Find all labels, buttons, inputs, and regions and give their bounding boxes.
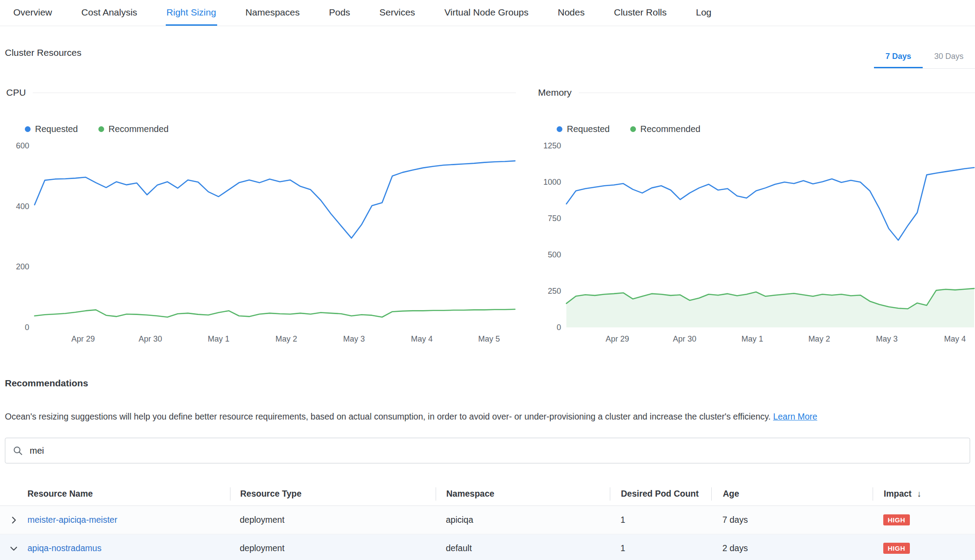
search-box[interactable] (5, 438, 970, 463)
header-label: Desired Pod Count (621, 489, 699, 499)
cpu-chart-block: CPU RequestedRecommended 0200400600Apr 2… (6, 87, 516, 347)
legend-label: Requested (567, 124, 610, 134)
legend-label: Recommended (109, 124, 169, 134)
tab-virtual-node-groups[interactable]: Virtual Node Groups (444, 0, 530, 26)
search-icon (12, 445, 23, 456)
y-axis-tick-label: 0 (557, 323, 561, 332)
x-axis-tick-label: Apr 30 (673, 334, 696, 343)
recommendations-table: Resource Name Resource Type Namespace De… (0, 482, 975, 560)
header-label: Age (723, 489, 739, 499)
recommended-line (35, 309, 515, 317)
range-tab-30-days[interactable]: 30 Days (923, 46, 975, 68)
recommendations-description-text: Ocean's resizing suggestions will help y… (5, 412, 771, 421)
tab-namespaces[interactable]: Namespaces (245, 0, 301, 26)
namespace-cell: apiciqa (436, 515, 610, 525)
memory-chart-title-row: Memory (538, 87, 975, 98)
desired-pod-count-cell: 1 (610, 515, 711, 525)
tab-cluster-rolls[interactable]: Cluster Rolls (613, 0, 667, 26)
learn-more-link[interactable]: Learn More (773, 412, 817, 421)
y-axis-tick-label: 400 (16, 202, 29, 211)
divider (33, 93, 516, 93)
legend-label: Requested (35, 124, 78, 134)
y-axis-tick-label: 250 (548, 287, 561, 296)
age-cell: 7 days (711, 515, 873, 525)
expand-row-button[interactable] (0, 515, 27, 525)
x-axis-tick-label: May 1 (208, 334, 230, 343)
header-label: Namespace (446, 489, 494, 499)
x-axis-tick-label: May 3 (343, 334, 365, 343)
x-axis-tick-label: May 1 (741, 334, 763, 343)
impact-cell: HIGH (873, 514, 975, 525)
impact-badge: HIGH (883, 543, 910, 554)
resource-type-cell: deployment (230, 515, 436, 525)
cpu-chart-title-row: CPU (6, 87, 516, 98)
requested-line (35, 161, 515, 238)
y-axis-tick-label: 500 (548, 250, 561, 259)
time-range-tabs: 7 Days30 Days (874, 46, 975, 69)
legend-requested[interactable]: Requested (557, 124, 610, 134)
tab-pods[interactable]: Pods (328, 0, 351, 26)
legend-dot (98, 126, 104, 132)
tab-services[interactable]: Services (378, 0, 416, 26)
recommendations-title: Recommendations (5, 378, 975, 389)
resource-name-cell: meister-apiciqa-meister (27, 515, 230, 525)
header-label: Impact (884, 489, 912, 499)
header-age[interactable]: Age (711, 487, 873, 501)
legend-recommended[interactable]: Recommended (630, 124, 701, 134)
cluster-resources-header: Cluster Resources 7 Days30 Days (0, 46, 975, 69)
y-axis-tick-label: 0 (25, 323, 29, 332)
y-axis-tick-label: 600 (16, 141, 29, 150)
header-resource-type[interactable]: Resource Type (230, 487, 436, 501)
tab-nodes[interactable]: Nodes (557, 0, 586, 26)
tab-overview[interactable]: Overview (12, 0, 53, 26)
cpu-chart-legend: RequestedRecommended (25, 123, 516, 135)
legend-recommended[interactable]: Recommended (98, 124, 169, 134)
charts-row: CPU RequestedRecommended 0200400600Apr 2… (0, 87, 975, 347)
y-axis-tick-label: 200 (16, 262, 29, 271)
memory-chart-title: Memory (538, 87, 572, 98)
table-header: Resource Name Resource Type Namespace De… (0, 482, 975, 506)
memory-chart-area: 025050075010001250Apr 29Apr 30May 1May 2… (538, 139, 975, 347)
header-resource-name[interactable]: Resource Name (0, 487, 230, 501)
table-row: meister-apiciqa-meisterdeploymentapiciqa… (0, 506, 975, 534)
memory-chart-block: Memory RequestedRecommended 025050075010… (538, 87, 975, 347)
legend-dot (557, 126, 562, 132)
chevron-right-icon (9, 515, 19, 525)
top-nav: OverviewCost AnalysisRight SizingNamespa… (0, 0, 975, 26)
x-axis-tick-label: May 3 (876, 334, 898, 343)
tab-cost-analysis[interactable]: Cost Analysis (81, 0, 138, 26)
y-axis-tick-label: 1250 (543, 141, 561, 150)
tab-right-sizing[interactable]: Right Sizing (166, 0, 217, 26)
x-axis-tick-label: May 2 (276, 334, 297, 343)
x-axis-tick-label: May 4 (411, 334, 433, 343)
tab-log[interactable]: Log (695, 0, 712, 26)
header-impact[interactable]: Impact ↓ (873, 487, 975, 501)
resource-type-cell: deployment (230, 543, 436, 553)
header-namespace[interactable]: Namespace (436, 487, 610, 501)
x-axis-tick-label: May 2 (808, 334, 830, 343)
y-axis-tick-label: 1000 (543, 178, 561, 187)
resource-name-link[interactable]: apiqa-nostradamus (27, 543, 101, 553)
cpu-chart-area: 0200400600Apr 29Apr 30May 1May 2May 3May… (6, 139, 516, 347)
resource-name-link[interactable]: meister-apiciqa-meister (27, 515, 117, 525)
x-axis-tick-label: Apr 29 (605, 334, 629, 343)
sort-desc-icon[interactable]: ↓ (917, 489, 921, 499)
search-input[interactable] (29, 445, 963, 456)
y-axis-tick-label: 750 (548, 214, 561, 223)
table-body: meister-apiciqa-meisterdeploymentapiciqa… (0, 506, 975, 560)
cluster-resources-title: Cluster Resources (5, 47, 82, 69)
range-tab-7-days[interactable]: 7 Days (874, 46, 923, 68)
impact-badge: HIGH (883, 514, 910, 525)
x-axis-tick-label: Apr 29 (71, 334, 95, 343)
legend-dot (25, 126, 31, 132)
collapse-row-button[interactable] (0, 544, 27, 553)
x-axis-tick-label: May 4 (944, 334, 966, 343)
legend-requested[interactable]: Requested (25, 124, 78, 134)
header-desired-pod-count[interactable]: Desired Pod Count (610, 487, 711, 501)
legend-dot (630, 126, 636, 132)
table-row: apiqa-nostradamusdeploymentdefault12 day… (0, 534, 975, 560)
x-axis-tick-label: May 5 (478, 334, 500, 343)
legend-label: Recommended (640, 124, 701, 134)
memory-chart: 025050075010001250Apr 29Apr 30May 1May 2… (538, 139, 975, 347)
cpu-chart: 0200400600Apr 29Apr 30May 1May 2May 3May… (6, 139, 516, 347)
